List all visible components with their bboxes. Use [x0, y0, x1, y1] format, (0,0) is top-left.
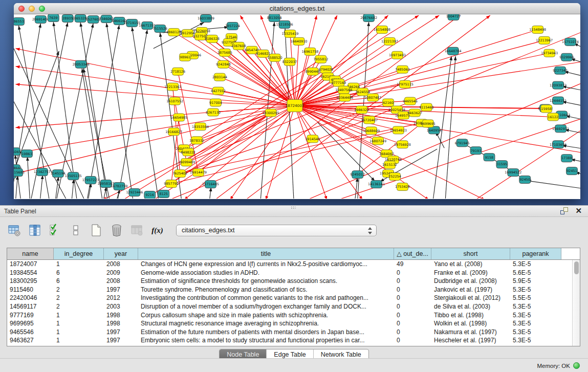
network-window: citations_edges.txt 18724007183002958655…	[14, 3, 580, 199]
table-cell: 1	[54, 260, 104, 269]
table-row[interactable]: 1456911722003Disruption of a novel membe…	[7, 302, 572, 311]
graph-node-label: 17957223	[82, 178, 99, 182]
column-header-title[interactable]: title	[138, 248, 394, 259]
graph-node-label: 6794028	[318, 68, 333, 72]
graph-node-label: 13505135	[65, 174, 82, 178]
table-selector-dropdown[interactable]: citations_edges.txt	[176, 225, 377, 236]
table-row[interactable]: 1830029562008Estimation of significance …	[7, 277, 572, 286]
graph-node-label: 92450	[519, 178, 530, 182]
table-cell: 49	[394, 260, 431, 269]
function-builder-icon[interactable]: f(x)	[150, 224, 164, 237]
table-cell: Nakamura et al. (1997)	[431, 328, 510, 337]
table-row[interactable]: 946554611997Estimation of the future num…	[7, 328, 572, 337]
table-cell: Investigating the contribution of common…	[138, 294, 394, 302]
row-height-icon[interactable]	[69, 224, 82, 237]
table-cell: 22420046	[7, 294, 54, 302]
status-bar: Memory: OK	[0, 358, 588, 372]
new-table-icon[interactable]	[89, 224, 103, 237]
table-cell: 1998	[104, 311, 138, 320]
graph-node-label: 16154808	[374, 28, 390, 32]
graph-node-label: 12221397	[381, 39, 398, 43]
graph-node-label: 12213967	[536, 38, 553, 42]
window-title: citations_edges.txt	[14, 3, 580, 14]
table-panel-title: Table Panel	[4, 206, 36, 217]
graph-node-label: 10973493	[389, 53, 406, 57]
graph-node-label: 19654923	[390, 128, 407, 133]
graph-node-label: 1914545	[306, 137, 320, 141]
graph-node-label: 15218506	[276, 23, 293, 27]
close-panel-icon[interactable]: ✕	[575, 207, 582, 214]
table-header-row: namein_degreeyeartitle△ out_de...shortpa…	[7, 248, 580, 260]
graph-node-label: 9465546	[403, 99, 418, 103]
graph-node-label: 8990448	[306, 70, 320, 74]
table-cell: 2	[54, 294, 104, 302]
graph-node-label: 31595	[497, 162, 508, 166]
column-header-year[interactable]: year	[104, 248, 138, 259]
table-row[interactable]: 911546021997Tourette syndrome. Phenomeno…	[7, 286, 572, 294]
graph-node-label: 28935	[62, 16, 73, 20]
table-cell: 1	[54, 328, 104, 337]
table-settings-icon[interactable]	[7, 224, 21, 237]
graph-node-label: 16994522	[505, 170, 521, 174]
graph-node-label: 9158	[485, 156, 493, 160]
network-canvas[interactable]: 1872400718300295865532069140676392893510…	[14, 14, 580, 199]
table-cell: Estimation of the future numbers of pati…	[138, 328, 394, 337]
citation-network-graph[interactable]: 1872400718300295865532069140676392893510…	[14, 14, 580, 199]
graph-node-label: 1115683	[14, 170, 25, 174]
table-cell: 5.9E-5	[510, 277, 561, 286]
graph-node-label: 8267130	[206, 111, 221, 115]
network-window-titlebar[interactable]: citations_edges.txt	[14, 3, 580, 14]
column-header-short[interactable]: short	[431, 248, 510, 259]
table-row[interactable]: 1938455462009Genome-wide association stu…	[7, 269, 572, 277]
fx-label: f(x)	[151, 226, 163, 235]
column-header-out_de[interactable]: △ out_de...	[394, 248, 431, 259]
graph-node-label: 15692971	[552, 127, 569, 131]
vertical-scrollbar[interactable]	[572, 260, 580, 346]
graph-node-label: 8498222	[181, 150, 195, 155]
graph-node-label: 9146821	[256, 52, 271, 56]
table-cell: 6	[54, 277, 104, 286]
table-row[interactable]: 977716911998Corpus callosum shape and si…	[7, 311, 572, 320]
show-column-icon[interactable]	[28, 224, 41, 237]
splitter-grip[interactable]	[291, 206, 296, 209]
table-cell: Yano et al. (2008)	[431, 260, 510, 269]
graph-node-label: 79193	[471, 149, 482, 153]
table-cell: 9463627	[7, 336, 54, 345]
graph-node-label: 9115460	[419, 105, 434, 110]
graph-node-label: 7625402	[172, 171, 187, 176]
table-cell: 1	[54, 319, 104, 328]
table-cell: 0	[394, 277, 431, 286]
table-row[interactable]: 1872400712008Changes of HCN gene express…	[7, 260, 572, 269]
table-row[interactable]: 969969511998Structural magnetic resonanc…	[7, 319, 572, 328]
table-cell: 18300295	[7, 277, 54, 286]
graph-node-label: 98961	[180, 55, 190, 59]
table-cell: 5.3E-5	[510, 302, 561, 311]
column-header-pagerank[interactable]: pagerank	[510, 248, 561, 259]
graph-node-label: 1753426	[395, 185, 410, 189]
graph-node-label: 10688609	[363, 129, 380, 133]
graph-node-label: 9857791	[164, 182, 179, 186]
column-header-in_degree[interactable]: in_degree	[54, 248, 104, 259]
table-selector-value: citations_edges.txt	[182, 227, 235, 234]
graph-node-label: 92451	[567, 169, 577, 173]
graph-node-label: 16033809	[198, 16, 214, 20]
table-cell: 1997	[104, 336, 138, 345]
table-cell: 5.3E-5	[510, 336, 561, 345]
graph-node-label: 9227343	[553, 69, 568, 73]
scrollbar-thumb[interactable]	[574, 261, 579, 274]
graph-node-label: 86553	[14, 19, 24, 24]
graph-node-label: 20691406	[32, 17, 49, 21]
table-cell: 9465546	[7, 328, 54, 337]
graph-node-label: 62160	[383, 101, 394, 105]
graph-node-label: 12444151	[550, 99, 567, 103]
graph-node-label: 16782759	[111, 184, 127, 188]
table-row[interactable]: 2242004622012Investigating the contribut…	[7, 294, 572, 302]
table-row[interactable]: 946362711997Embryonic stem cells: a mode…	[7, 336, 572, 345]
column-header-name[interactable]: name	[7, 248, 54, 259]
float-window-icon[interactable]	[560, 207, 568, 214]
table-cell: Wolkin et al. (1998)	[431, 319, 510, 328]
table-cell: 0	[394, 311, 431, 320]
dropdown-stepper-icon	[368, 227, 373, 234]
select-columns-icon[interactable]	[48, 224, 62, 237]
delete-table-icon[interactable]	[110, 224, 123, 237]
